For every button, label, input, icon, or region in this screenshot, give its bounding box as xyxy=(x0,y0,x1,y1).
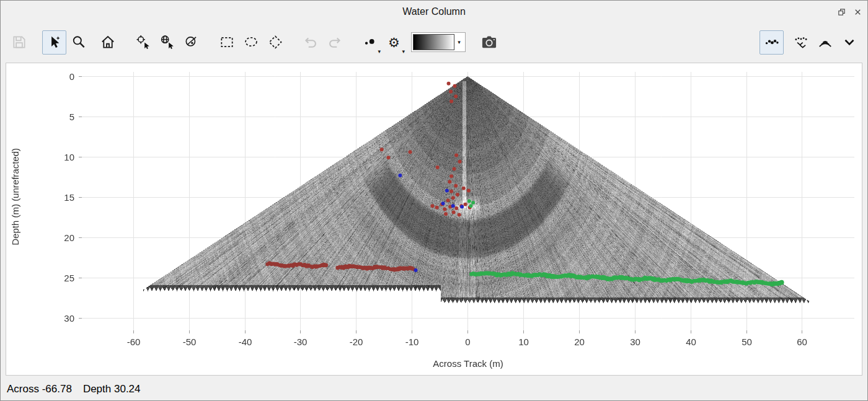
save-button[interactable] xyxy=(7,30,31,55)
globe-cursor-icon xyxy=(159,34,175,50)
zoom-button[interactable] xyxy=(66,30,91,55)
water-column-canvas[interactable] xyxy=(6,63,862,375)
dotted-wave-chevrons-icon xyxy=(793,34,809,50)
status-across-value: Across -66.78 xyxy=(7,383,72,395)
window-title: Water Column xyxy=(402,6,466,17)
arrow-cursor-star-icon xyxy=(46,34,63,50)
magnifier-icon xyxy=(71,34,87,50)
close-button[interactable] xyxy=(851,6,864,18)
swath-display-options-button[interactable] xyxy=(789,30,813,55)
pick-point-tool-button[interactable] xyxy=(131,30,155,55)
nested-arcs-icon xyxy=(817,34,833,50)
status-depth-value: Depth 30.24 xyxy=(83,383,141,395)
undo-arrow-icon xyxy=(303,34,319,50)
close-icon xyxy=(853,7,862,17)
float-window-icon xyxy=(837,7,846,17)
grayscale-gradient-swatch xyxy=(413,34,454,50)
dashed-rectangle-icon xyxy=(219,34,235,50)
dashed-polygon-icon xyxy=(267,34,283,50)
redo-arrow-icon xyxy=(327,34,343,50)
points-display-button[interactable] xyxy=(760,30,784,55)
gear-icon: ⚙ xyxy=(388,36,400,49)
point-display-options-button[interactable]: ▾ xyxy=(358,30,382,55)
colormap-select[interactable]: ▾ xyxy=(411,32,466,52)
toolbar: ▾ ⚙ ▾ ▾ xyxy=(1,23,867,61)
house-icon xyxy=(100,34,116,50)
float-window-button[interactable] xyxy=(835,6,848,18)
crosshair-cursor-icon xyxy=(135,34,151,50)
more-options-button[interactable] xyxy=(837,30,861,55)
rectangle-select-tool-button[interactable] xyxy=(215,30,239,55)
dropdown-caret-icon: ▾ xyxy=(378,49,381,55)
dots-icon xyxy=(362,34,378,50)
dashed-lasso-icon xyxy=(243,34,259,50)
swipe-select-tool-button[interactable] xyxy=(179,30,203,55)
window-controls xyxy=(835,1,864,23)
water-column-window: Water Column xyxy=(0,0,868,401)
dial-cursor-icon xyxy=(184,34,200,50)
settings-button[interactable]: ⚙ ▾ xyxy=(382,30,406,55)
home-view-button[interactable] xyxy=(95,30,120,55)
dropdown-caret-icon: ▾ xyxy=(402,49,405,55)
statusbar: Across -66.78 Depth 30.24 xyxy=(1,378,867,400)
dropdown-caret-icon: ▾ xyxy=(454,39,464,45)
select-cursor-button[interactable] xyxy=(42,30,66,55)
lasso-select-tool-button[interactable] xyxy=(239,30,263,55)
titlebar[interactable]: Water Column xyxy=(1,1,867,23)
floppy-disk-icon xyxy=(11,34,27,50)
chevron-down-icon xyxy=(841,34,857,50)
pick-geographic-tool-button[interactable] xyxy=(155,30,179,55)
water-column-plot-panel: Depth (m) (unrefracted) Across Track (m) xyxy=(6,63,862,376)
snapshot-button[interactable] xyxy=(477,30,501,55)
redo-button[interactable] xyxy=(322,30,347,55)
undo-button[interactable] xyxy=(298,30,322,55)
stacked-pings-button[interactable] xyxy=(813,30,837,55)
camera-icon xyxy=(480,34,498,50)
polygon-select-tool-button[interactable] xyxy=(263,30,287,55)
dotted-wave-icon xyxy=(764,34,780,50)
